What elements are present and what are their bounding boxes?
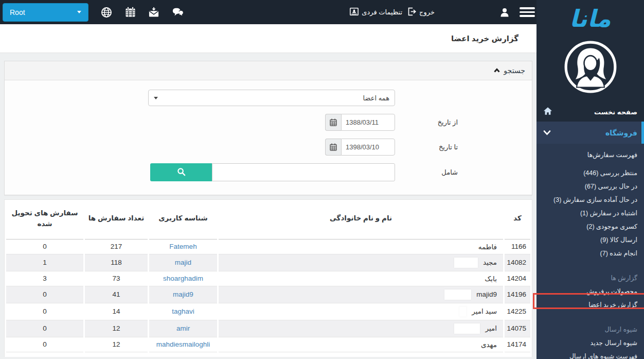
redaction-box (459, 306, 467, 317)
table-row: 14075امیرamir120 (6, 320, 530, 337)
sidebar-item[interactable]: شیوه ارسال جدید (536, 336, 644, 350)
page-title-bar: گزارش خرید اعضا (0, 24, 536, 53)
username-link[interactable]: taghavi (172, 307, 194, 315)
cell-username: majid (149, 254, 217, 271)
sidebar-item[interactable]: انجام شده (7) (536, 247, 644, 260)
results-table-panel: کد نام و نام خانوادگی شناسه کاربری تعداد… (4, 199, 532, 357)
sidebar-item[interactable]: ارسال کالا (9) (536, 233, 644, 247)
cell-code: 14075 (505, 320, 530, 337)
table-row: 14174مهدیmahdiesmailoghli120 (6, 337, 530, 352)
sidebar-item-shop[interactable]: فروشگاه (536, 122, 644, 144)
content-area: جستجو همه اعضا (0, 53, 536, 359)
contains-label: شامل (395, 168, 460, 176)
username-link[interactable]: amir (176, 324, 190, 332)
username-link[interactable]: majid (175, 259, 191, 266)
sidebar-item-active-report[interactable]: گزارش خرید اعضا (536, 298, 644, 312)
cell-delivered-orders: 0 (6, 320, 83, 337)
shop-submenu: فهرست سفارش‌هامنتظر بررسی (446)در حال بر… (536, 148, 644, 260)
cell-order-count: 41 (85, 286, 148, 303)
root-dropdown-value: Root (10, 8, 25, 16)
contains-input[interactable] (212, 163, 395, 181)
table-row: 1166فاطمهFatemeh2170 (6, 240, 530, 254)
cell-code: 14174 (505, 337, 530, 352)
to-date-calendar-button[interactable] (325, 139, 341, 156)
mail-icon[interactable] (148, 7, 159, 18)
personal-settings-link[interactable]: تنظیمات فردی (350, 7, 402, 18)
from-date-calendar-button[interactable] (325, 114, 341, 131)
page-title: گزارش خرید اعضا (451, 34, 518, 43)
username-link[interactable]: mahdiesmailoghli (156, 340, 210, 348)
logout-link[interactable]: خروج (407, 7, 435, 18)
full-name-text: بابک (485, 275, 497, 283)
cell-username: amir (149, 320, 217, 337)
cell-code: 14225 (505, 303, 530, 320)
cell-order-count: 217 (85, 240, 148, 254)
sidebar-item[interactable]: کسری موجودی (2) (536, 220, 644, 233)
cell-full-name: بابک (219, 271, 503, 286)
cell-order-count: 12 (85, 320, 148, 337)
sidebar-item[interactable]: فهرست سفارش‌ها (536, 148, 644, 162)
active-menu-stripe (641, 122, 644, 144)
cell-code: 14082 (505, 254, 530, 271)
cell-delivered-orders: 0 (6, 240, 83, 254)
search-panel-header[interactable]: جستجو (5, 61, 532, 80)
username-link[interactable]: majid9 (173, 290, 193, 298)
cell-order-count: 118 (85, 254, 148, 271)
sidebar-item[interactable]: در حال آماده سازی سفارش (3) (536, 193, 644, 207)
sidebar-item[interactable]: در حال بررسی (67) (536, 180, 644, 193)
calendar-icon[interactable] (124, 7, 136, 18)
full-name-text: سید امیر (472, 307, 497, 315)
cell-full-name: فاطمه (219, 240, 503, 254)
root-dropdown[interactable]: Root (3, 3, 88, 22)
header-username: شناسه کاربری (149, 200, 217, 240)
search-panel: جستجو همه اعضا (4, 61, 532, 195)
redaction-box (454, 258, 478, 268)
full-name-text: امیر (485, 324, 497, 332)
person-icon[interactable] (499, 7, 510, 18)
sidebar-item[interactable]: محصولات پرفروش (536, 285, 644, 298)
full-name-text: مهدی (481, 341, 497, 349)
chevron-up-icon (494, 66, 500, 75)
sidebar-item[interactable]: منتظر بررسی (446) (536, 166, 644, 180)
from-date-input[interactable] (341, 114, 395, 131)
main-column: Root (0, 0, 536, 359)
topbar-icon-group (101, 7, 183, 18)
home-icon (543, 107, 552, 117)
header-full-name: نام و نام خانوادگی (219, 200, 503, 240)
cell-delivered-orders: 0 (6, 286, 83, 303)
cell-full-name: مهدی (219, 337, 503, 352)
chat-icon[interactable] (172, 7, 183, 18)
globe-icon[interactable] (101, 7, 112, 18)
username-link[interactable]: shoarghadim (163, 275, 203, 282)
cell-full-name: majid9 (219, 286, 503, 303)
search-form: همه اعضا از تاریخ (5, 80, 532, 195)
search-button[interactable] (150, 163, 212, 181)
cell-code: 1166 (505, 240, 530, 254)
sidebar-item[interactable]: فهرست شیوه های ارسال (536, 350, 644, 359)
to-date-input[interactable] (341, 139, 395, 156)
table-row: 14204بابکshoarghadim733 (6, 271, 530, 286)
cell-delivered-orders: 0 (6, 337, 83, 352)
member-filter-select[interactable]: همه اعضا (148, 90, 395, 106)
cell-full-name: امیر (219, 320, 503, 337)
table-row: 14225سید امیرtaghavi140 (6, 303, 530, 320)
header-delivered-orders: سفارش های تحویل شده (6, 200, 83, 240)
hamburger-menu-icon[interactable] (520, 7, 535, 17)
username-link[interactable]: Fatemeh (169, 243, 196, 250)
member-filter-value: همه اعضا (363, 94, 389, 102)
cell-code: 14196 (505, 286, 530, 303)
cell-order-count: 73 (85, 271, 148, 286)
cell-username: mahdiesmailoghli (149, 337, 217, 352)
to-date-row: تا تاریخ (5, 139, 532, 156)
cell-code: 14204 (505, 271, 530, 286)
app-window: Root (0, 0, 644, 359)
cell-order-count: 14 (85, 303, 148, 320)
sidebar-item[interactable]: اشتباه در سفارش (1) (536, 207, 644, 220)
cell-username: Fatemeh (149, 240, 217, 254)
sidebar-item-home[interactable]: صفحه نخست (536, 102, 644, 122)
cell-delivered-orders: 0 (6, 303, 83, 320)
from-date-label: از تاریخ (395, 118, 460, 126)
search-icon (177, 167, 186, 178)
logout-label: خروج (419, 8, 435, 16)
cell-order-count: 12 (85, 337, 148, 352)
